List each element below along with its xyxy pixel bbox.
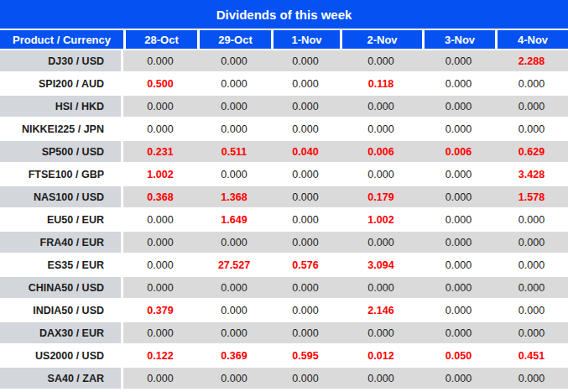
dividend-value-cell: 0.000	[422, 322, 495, 345]
column-header-1-nov: 1-Nov	[271, 30, 340, 50]
dividend-value-cell: 0.000	[422, 118, 495, 141]
dividend-value-cell: 0.000	[123, 322, 197, 345]
dividend-value-cell: 0.000	[197, 50, 271, 73]
dividend-value-cell: 0.000	[123, 232, 197, 254]
dividend-value-cell: 0.000	[495, 277, 568, 300]
dividends-table: Product / Currency28-Oct29-Oct1-Nov2-Nov…	[0, 30, 568, 390]
table-row: NAS100 / USD0.3681.3680.0000.1790.0001.5…	[0, 186, 568, 209]
header-row: Product / Currency28-Oct29-Oct1-Nov2-Nov…	[0, 30, 568, 50]
product-cell-sp500-usd: SP500 / USD	[0, 141, 123, 164]
dividend-value-cell: 0.629	[495, 141, 568, 164]
dividend-value-cell: 0.000	[123, 368, 197, 390]
dividend-value-cell: 0.368	[123, 186, 197, 209]
product-cell-dax30-eur: DAX30 / EUR	[0, 322, 123, 345]
dividend-value-cell: 0.000	[340, 50, 422, 73]
dividend-value-cell: 0.000	[495, 209, 568, 232]
dividend-value-cell: 0.000	[422, 96, 495, 118]
table-row: SPI200 / AUD0.5000.0000.0000.1180.0000.0…	[0, 73, 568, 96]
table-row: FRA40 / EUR0.0000.0000.0000.0000.0000.00…	[0, 232, 568, 254]
product-cell-india50-usd: INDIA50 / USD	[0, 300, 123, 322]
dividend-value-cell: 0.000	[271, 50, 340, 73]
table-row: ES35 / EUR0.00027.5270.5763.0940.0000.00…	[0, 254, 568, 277]
dividend-value-cell: 0.000	[197, 300, 271, 322]
dividend-value-cell: 0.040	[271, 141, 340, 164]
dividend-value-cell: 2.288	[495, 50, 568, 73]
dividend-value-cell: 0.000	[340, 277, 422, 300]
dividend-value-cell: 0.000	[271, 232, 340, 254]
dividend-value-cell: 0.000	[197, 96, 271, 118]
column-header-28-oct: 28-Oct	[123, 30, 197, 50]
dividend-value-cell: 0.179	[340, 186, 422, 209]
dividend-value-cell: 0.000	[197, 232, 271, 254]
dividend-value-cell: 0.000	[197, 277, 271, 300]
dividend-value-cell: 0.369	[197, 345, 271, 368]
dividend-value-cell: 0.122	[123, 345, 197, 368]
dividend-value-cell: 1.002	[123, 164, 197, 186]
dividend-value-cell: 0.000	[123, 209, 197, 232]
table-row: DAX30 / EUR0.0000.0000.0000.0000.0000.00…	[0, 322, 568, 345]
dividend-value-cell: 0.000	[123, 277, 197, 300]
dividend-value-cell: 0.000	[495, 300, 568, 322]
dividend-value-cell: 0.595	[271, 345, 340, 368]
dividend-value-cell: 0.006	[340, 141, 422, 164]
table-row: FTSE100 / GBP1.0020.0000.0000.0000.0003.…	[0, 164, 568, 186]
dividend-value-cell: 0.231	[123, 141, 197, 164]
table-row: SA40 / ZAR0.0000.0000.0000.0000.0000.000	[0, 368, 568, 390]
dividend-value-cell: 0.000	[422, 209, 495, 232]
dividend-value-cell: 3.428	[495, 164, 568, 186]
column-header-29-oct: 29-Oct	[197, 30, 271, 50]
dividend-value-cell: 0.000	[340, 232, 422, 254]
dividend-value-cell: 0.451	[495, 345, 568, 368]
column-header-3-nov: 3-Nov	[422, 30, 495, 50]
dividend-value-cell: 0.000	[271, 368, 340, 390]
dividend-value-cell: 0.012	[340, 345, 422, 368]
dividend-value-cell: 0.000	[271, 209, 340, 232]
dividend-value-cell: 0.000	[340, 96, 422, 118]
dividend-value-cell: 0.000	[495, 232, 568, 254]
dividend-value-cell: 0.000	[197, 322, 271, 345]
product-cell-china50-usd: CHINA50 / USD	[0, 277, 123, 300]
dividend-value-cell: 0.000	[422, 300, 495, 322]
dividend-value-cell: 0.050	[422, 345, 495, 368]
product-cell-sa40-zar: SA40 / ZAR	[0, 368, 123, 390]
column-header-product-currency: Product / Currency	[0, 30, 123, 50]
dividend-value-cell: 0.000	[340, 118, 422, 141]
dividend-value-cell: 0.000	[197, 368, 271, 390]
product-cell-fra40-eur: FRA40 / EUR	[0, 232, 123, 254]
table-row: HSI / HKD0.0000.0000.0000.0000.0000.000	[0, 96, 568, 118]
dividend-value-cell: 0.000	[495, 254, 568, 277]
dividend-value-cell: 0.000	[422, 164, 495, 186]
product-cell-us2000-usd: US2000 / USD	[0, 345, 123, 368]
product-cell-ftse100-gbp: FTSE100 / GBP	[0, 164, 123, 186]
dividend-value-cell: 0.000	[271, 118, 340, 141]
table-body: DJ30 / USD0.0000.0000.0000.0000.0002.288…	[0, 50, 568, 390]
product-cell-nikkei225-jpn: NIKKEI225 / JPN	[0, 118, 123, 141]
product-cell-eu50-eur: EU50 / EUR	[0, 209, 123, 232]
dividend-value-cell: 1.578	[495, 186, 568, 209]
dividend-value-cell: 0.000	[197, 118, 271, 141]
dividend-value-cell: 0.000	[340, 368, 422, 390]
dividend-value-cell: 0.000	[271, 73, 340, 96]
table-row: CHINA50 / USD0.0000.0000.0000.0000.0000.…	[0, 277, 568, 300]
dividend-value-cell: 3.094	[340, 254, 422, 277]
dividend-value-cell: 0.000	[495, 322, 568, 345]
table-row: SP500 / USD0.2310.5110.0400.0060.0060.62…	[0, 141, 568, 164]
dividend-value-cell: 0.000	[422, 232, 495, 254]
dividend-value-cell: 0.000	[197, 164, 271, 186]
column-header-2-nov: 2-Nov	[340, 30, 422, 50]
column-header-4-nov: 4-Nov	[495, 30, 568, 50]
dividend-value-cell: 0.000	[422, 368, 495, 390]
dividend-value-cell: 0.000	[123, 118, 197, 141]
dividends-widget: Dividends of this week Product / Currenc…	[0, 0, 568, 392]
dividend-value-cell: 0.000	[495, 368, 568, 390]
table-row: US2000 / USD0.1220.3690.5950.0120.0500.4…	[0, 345, 568, 368]
table-title: Dividends of this week	[0, 0, 568, 30]
product-cell-nas100-usd: NAS100 / USD	[0, 186, 123, 209]
dividend-value-cell: 0.000	[495, 118, 568, 141]
dividend-value-cell: 0.511	[197, 141, 271, 164]
dividend-value-cell: 0.000	[123, 254, 197, 277]
dividend-value-cell: 0.000	[422, 50, 495, 73]
dividend-value-cell: 1.368	[197, 186, 271, 209]
table-row: EU50 / EUR0.0001.6490.0001.0020.0000.000	[0, 209, 568, 232]
dividend-value-cell: 0.000	[422, 186, 495, 209]
